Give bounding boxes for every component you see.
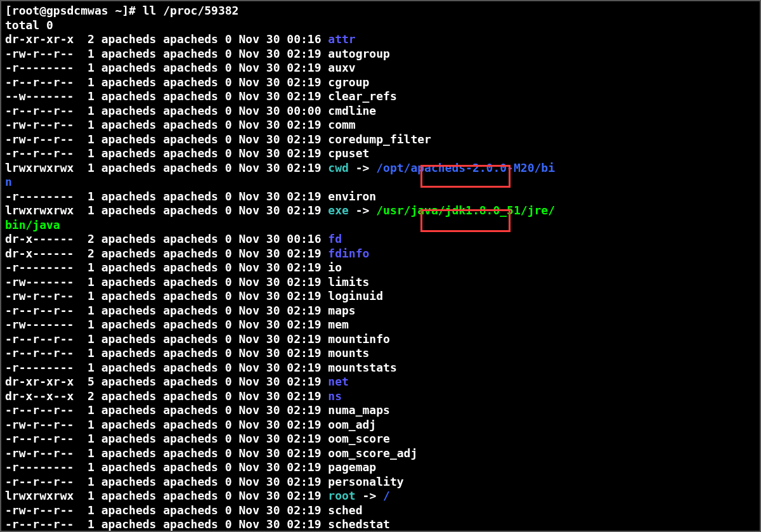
listing-filename: autogroup (328, 47, 390, 60)
listing-meta: -r--r--r-- 1 apacheds apacheds 0 Nov 30 … (5, 104, 328, 117)
listing-meta: -r-------- 1 apacheds apacheds 0 Nov 30 … (5, 261, 328, 274)
listing-filename: ns (328, 389, 342, 403)
command-prompt: [root@gpsdcmwas ~]# ll /proc/59382 (5, 4, 238, 17)
listing-meta: dr-xr-xr-x 5 apacheds apacheds 0 Nov 30 … (5, 375, 328, 388)
listing-meta: -r--r--r-- 1 apacheds apacheds 0 Nov 30 … (5, 304, 328, 317)
listing-meta: lrwxrwxrwx 1 apacheds apacheds 0 Nov 30 … (5, 161, 328, 174)
listing-meta: -r--r--r-- 1 apacheds apacheds 0 Nov 30 … (5, 332, 328, 346)
symlink-target-wrap: n (5, 175, 12, 188)
listing-filename: net (328, 375, 349, 388)
listing-meta: -r-------- 1 apacheds apacheds 0 Nov 30 … (5, 361, 328, 374)
listing-filename: mem (328, 318, 349, 331)
listing-meta: -r--r--r-- 1 apacheds apacheds 0 Nov 30 … (5, 475, 328, 488)
listing-meta: -r--r--r-- 1 apacheds apacheds 0 Nov 30 … (5, 146, 328, 160)
listing-filename: io (328, 261, 342, 274)
listing-filename: coredump_filter (328, 133, 431, 146)
listing-filename: limits (328, 275, 369, 289)
listing-meta: -rw-r--r-- 1 apacheds apacheds 0 Nov 30 … (5, 118, 328, 131)
listing-filename: fdinfo (328, 247, 369, 260)
listing-filename: root (328, 489, 355, 502)
listing-meta: -r--r--r-- 1 apacheds apacheds 0 Nov 30 … (5, 75, 328, 89)
listing-meta: -r-------- 1 apacheds apacheds 0 Nov 30 … (5, 460, 328, 474)
listing-meta: -rw------- 1 apacheds apacheds 0 Nov 30 … (5, 275, 328, 289)
listing-meta: lrwxrwxrwx 1 apacheds apacheds 0 Nov 30 … (5, 489, 328, 502)
listing-filename: pagemap (328, 460, 376, 474)
listing-filename: loginuid (328, 289, 383, 302)
listing-meta: -rw-r--r-- 1 apacheds apacheds 0 Nov 30 … (5, 503, 328, 517)
listing-meta: dr-x------ 2 apacheds apacheds 0 Nov 30 … (5, 247, 328, 260)
listing-meta: -r--r--r-- 1 apacheds apacheds 0 Nov 30 … (5, 517, 328, 531)
symlink-target-wrap: bin/java (5, 218, 60, 231)
listing-filename: cgroup (328, 75, 369, 89)
listing-meta: dr-xr-xr-x 2 apacheds apacheds 0 Nov 30 … (5, 32, 328, 46)
listing-meta: -rw-r--r-- 1 apacheds apacheds 0 Nov 30 … (5, 47, 328, 60)
listing-filename: exe (328, 204, 349, 217)
listing-filename: attr (328, 32, 355, 46)
symlink-arrow: -> (349, 161, 376, 174)
listing-filename: comm (328, 118, 355, 131)
listing-meta: --w------- 1 apacheds apacheds 0 Nov 30 … (5, 89, 328, 103)
symlink-arrow: -> (349, 204, 376, 217)
listing-meta: dr-x--x--x 2 apacheds apacheds 0 Nov 30 … (5, 389, 328, 403)
listing-filename: sched (328, 503, 362, 517)
listing-filename: mounts (328, 346, 369, 360)
listing-filename: oom_adj (328, 418, 376, 431)
listing-filename: mountinfo (328, 332, 390, 346)
listing-meta: -rw-r--r-- 1 apacheds apacheds 0 Nov 30 … (5, 446, 328, 460)
listing-filename: cpuset (328, 146, 369, 160)
listing-filename: maps (328, 304, 355, 317)
listing-filename: environ (328, 190, 376, 203)
listing-meta: -rw------- 1 apacheds apacheds 0 Nov 30 … (5, 318, 328, 331)
listing-meta: lrwxrwxrwx 1 apacheds apacheds 0 Nov 30 … (5, 204, 328, 217)
listing-filename: cmdline (328, 104, 376, 117)
listing-filename: oom_score_adj (328, 446, 417, 460)
terminal-output: [root@gpsdcmwas ~]# ll /proc/59382 total… (1, 1, 760, 532)
listing-filename: numa_maps (328, 403, 390, 417)
listing-meta: dr-x------ 2 apacheds apacheds 0 Nov 30 … (5, 232, 328, 245)
listing-filename: schedstat (328, 517, 390, 531)
listing-meta: -rw-r--r-- 1 apacheds apacheds 0 Nov 30 … (5, 418, 328, 431)
total-line: total 0 (5, 18, 53, 32)
symlink-target: / (383, 489, 390, 502)
listing-meta: -r-------- 1 apacheds apacheds 0 Nov 30 … (5, 61, 328, 74)
symlink-target: /opt/apacheds-2.0.0-M20/bi (376, 161, 555, 174)
listing-meta: -rw-r--r-- 1 apacheds apacheds 0 Nov 30 … (5, 133, 328, 146)
listing-meta: -r--r--r-- 1 apacheds apacheds 0 Nov 30 … (5, 432, 328, 445)
listing-filename: mountstats (328, 361, 396, 374)
listing-filename: auxv (328, 61, 355, 74)
listing-meta: -r--r--r-- 1 apacheds apacheds 0 Nov 30 … (5, 403, 328, 417)
listing-meta: -r--r--r-- 1 apacheds apacheds 0 Nov 30 … (5, 346, 328, 360)
listing-filename: cwd (328, 161, 349, 174)
symlink-target: /usr/java/jdk1.8.0_51/jre/ (376, 204, 555, 217)
listing-meta: -r-------- 1 apacheds apacheds 0 Nov 30 … (5, 190, 328, 203)
listing-filename: personality (328, 475, 403, 488)
listing-filename: fd (328, 232, 342, 245)
listing-meta: -rw-r--r-- 1 apacheds apacheds 0 Nov 30 … (5, 289, 328, 302)
listing-filename: clear_refs (328, 89, 396, 103)
listing-filename: oom_score (328, 432, 390, 445)
symlink-arrow: -> (356, 489, 383, 502)
